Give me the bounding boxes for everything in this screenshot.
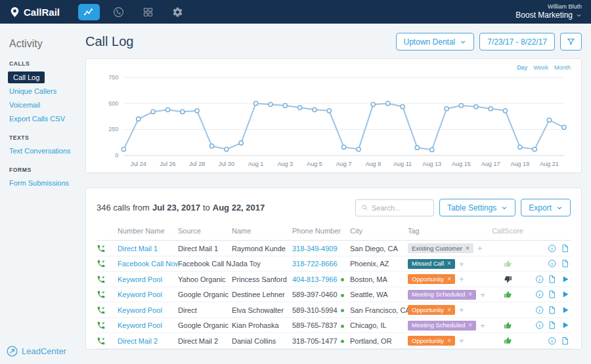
sidebar-section: TEXTSText Conversations [9, 134, 77, 157]
call-summary-icon[interactable] [548, 306, 557, 315]
tag-cell: Opportunity×+ [408, 274, 492, 284]
call-summary-icon[interactable] [548, 275, 557, 284]
call-summary-icon[interactable] [548, 290, 557, 299]
tag-remove-icon[interactable]: × [447, 276, 451, 283]
callrail-logo[interactable]: CallRail [9, 7, 60, 18]
add-tag-button[interactable]: + [477, 243, 483, 253]
company-selector-button[interactable]: Uptown Dental [396, 33, 475, 51]
caller-name-cell: Jada Toy [232, 260, 292, 268]
tag-badge: Opportunity× [408, 305, 455, 315]
source-cell: Direct Mail 2 [178, 337, 232, 345]
add-tag-button[interactable]: + [459, 336, 464, 346]
phone-number-link[interactable]: 404-813-7966 [292, 275, 338, 283]
leadcenter-logo[interactable]: LeadCenter [6, 345, 66, 357]
tag-remove-icon[interactable]: × [468, 291, 472, 298]
callscore-thumb-up-icon[interactable] [504, 336, 512, 345]
add-tag-button[interactable]: + [480, 321, 485, 331]
svg-text:Aug 1: Aug 1 [248, 161, 264, 167]
number-name-link[interactable]: Direct Mail 1 [118, 245, 158, 253]
call-details-icon[interactable] [535, 275, 544, 284]
search-icon [361, 204, 368, 211]
play-recording-button[interactable] [561, 275, 570, 284]
sidebar-item-export-calls-csv[interactable]: Export Calls CSV [9, 113, 77, 125]
phone-number-link[interactable]: 318-349-4909 [292, 245, 338, 253]
filter-button[interactable] [560, 33, 582, 51]
call-summary-icon[interactable] [548, 321, 557, 330]
inbound-call-icon [97, 290, 115, 299]
callscore-cell [492, 275, 526, 283]
call-summary-icon[interactable] [561, 244, 570, 253]
sidebar-item-form-submissions[interactable]: Form Submissions [9, 177, 77, 189]
callscore-thumb-up-icon[interactable] [504, 260, 512, 268]
number-name-link[interactable]: Keyword Pool [118, 291, 162, 298]
granularity-month[interactable]: Month [554, 64, 571, 71]
tag-badge: Missed Call× [408, 259, 455, 269]
call-summary-icon[interactable] [561, 259, 570, 268]
city-cell: Seattle, WA [350, 291, 408, 298]
number-name-link[interactable]: Keyword Pool [118, 306, 162, 314]
tag-remove-icon[interactable]: × [447, 307, 451, 313]
nav-analytics-button[interactable] [78, 4, 100, 20]
call-details-icon[interactable] [535, 306, 544, 315]
play-recording-button[interactable] [561, 290, 570, 299]
callscore-thumb-up-icon[interactable] [504, 291, 512, 299]
call-details-icon[interactable] [548, 244, 557, 253]
number-name-link[interactable]: Keyword Pool [118, 321, 162, 329]
nav-integrations-button[interactable] [137, 4, 159, 20]
call-details-icon[interactable] [535, 290, 544, 299]
inbound-call-icon [97, 336, 115, 346]
account-menu[interactable]: William Bluth Boost Marketing [515, 3, 582, 20]
callscore-thumb-up-icon[interactable] [504, 321, 512, 330]
number-name-link[interactable]: Direct Mail 2 [118, 337, 158, 345]
nav-phone-button[interactable] [108, 4, 129, 20]
play-recording-button[interactable] [561, 321, 570, 330]
city-cell: San Diego, CA [350, 245, 408, 253]
add-tag-button[interactable]: + [480, 290, 485, 300]
sidebar-item-unique-callers[interactable]: Unique Callers [9, 85, 77, 97]
sidebar-item-text-conversations[interactable]: Text Conversations [9, 145, 77, 157]
actions-cell [526, 321, 571, 330]
svg-text:Aug 15: Aug 15 [452, 161, 471, 167]
date-range-button[interactable]: 7/23/17 - 8/22/17 [479, 33, 555, 51]
table-toolbar: Table Settings Export [355, 199, 571, 216]
nav-settings-gear-button[interactable] [167, 4, 188, 20]
table-settings-button[interactable]: Table Settings [439, 199, 515, 216]
status-dot [341, 325, 344, 328]
phone-number: 589-765-7837 [292, 321, 338, 329]
calls-table: Number NameSourceNamePhone NumberCityTag… [97, 227, 571, 349]
search-input[interactable] [372, 204, 428, 212]
add-tag-button[interactable]: + [459, 274, 464, 284]
granularity-day[interactable]: Day [517, 64, 527, 71]
callscore-thumb-down-icon[interactable] [504, 275, 512, 283]
add-tag-button[interactable]: + [459, 259, 464, 269]
table-row: Direct Mail 1Direct Mail 1Raymond Kunde3… [97, 241, 571, 256]
number-name-link[interactable]: Keyword Pool [118, 275, 162, 283]
sidebar-section-header: FORMS [9, 167, 77, 173]
sidebar-item-call-log[interactable]: Call Log [8, 71, 45, 83]
granularity-week[interactable]: Week [533, 64, 548, 71]
call-details-icon[interactable] [548, 259, 557, 268]
tag-remove-icon[interactable]: × [468, 322, 472, 329]
sidebar-item-voicemail[interactable]: Voicemail [9, 99, 77, 111]
call-details-icon[interactable] [548, 336, 557, 346]
number-name-link[interactable]: Facebook Call Now [118, 260, 178, 268]
actions-cell [526, 290, 571, 299]
phone-icon [113, 7, 124, 18]
tag-remove-icon[interactable]: × [447, 338, 451, 344]
svg-text:Jul 24: Jul 24 [131, 161, 146, 167]
phone-number-link[interactable]: 318-722-8666 [292, 260, 338, 268]
call-summary-icon[interactable] [561, 336, 570, 346]
tag-remove-icon[interactable]: × [447, 260, 451, 267]
tag-cell: Missed Call×+ [408, 259, 492, 269]
column-header: Number Name [118, 227, 178, 235]
phone-cell: 589-397-0460 [292, 291, 350, 298]
call-details-icon[interactable] [535, 321, 544, 330]
export-button[interactable]: Export [521, 199, 571, 216]
play-recording-button[interactable] [561, 306, 570, 315]
add-tag-button[interactable]: + [459, 305, 464, 315]
callscore-cell [492, 260, 526, 268]
calls-chart-card: DayWeekMonth 0250500750Jul 24Jul 26Jul 2… [85, 58, 582, 173]
tag-remove-icon[interactable]: × [466, 245, 470, 252]
status-dot [341, 340, 344, 343]
inbound-call-icon [97, 275, 115, 284]
